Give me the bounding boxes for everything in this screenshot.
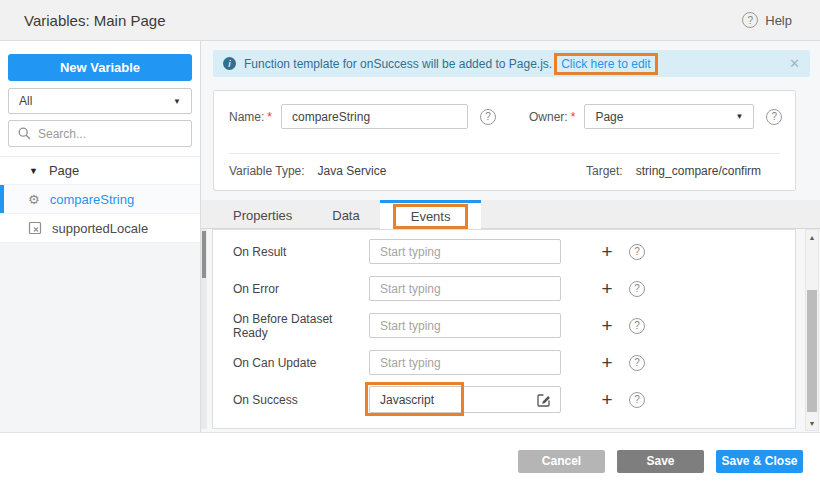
add-icon[interactable]: +	[596, 390, 618, 409]
save-and-close-button[interactable]: Save & Close	[716, 450, 803, 473]
target-group: Target: string_compare/confirm	[586, 164, 761, 178]
new-variable-button[interactable]: New Variable	[8, 54, 192, 81]
tab-bar: Properties Data Events	[201, 200, 820, 229]
tree-item-label: compareString	[50, 192, 135, 207]
banner-link-highlight-box: Click here to edit	[554, 53, 657, 75]
required-marker: *	[571, 110, 576, 124]
dialog-header: Variables: Main Page ? Help	[0, 0, 820, 41]
tab-data[interactable]: Data	[312, 200, 379, 228]
event-row-on-result: On Result + ?	[213, 233, 795, 270]
variable-icon	[28, 221, 42, 235]
variable-type-group: Variable Type: Java Service	[229, 164, 386, 178]
main-panel: i Function template for onSuccess will b…	[201, 41, 820, 432]
banner-close-icon[interactable]: ✕	[789, 56, 800, 71]
save-button[interactable]: Save	[617, 450, 704, 473]
chevron-down-icon: ▼	[173, 97, 181, 106]
add-icon[interactable]: +	[596, 279, 618, 298]
form-row-name-owner: Name: * ? Owner: * Page ▼ ?	[229, 103, 787, 130]
variable-type-value: Java Service	[318, 164, 387, 178]
owner-help-icon[interactable]: ?	[766, 109, 782, 125]
scroll-up-icon[interactable]: ▲	[806, 231, 818, 243]
owner-label: Owner: *	[529, 110, 575, 124]
page-title: Variables: Main Page	[0, 12, 165, 29]
event-label: On Success	[233, 393, 369, 407]
variable-tree: ▼ Page ⚙ compareString supportedLocale	[0, 156, 200, 243]
event-help-icon[interactable]: ?	[629, 244, 645, 260]
event-help-icon[interactable]: ?	[629, 392, 645, 408]
target-label: Target:	[586, 164, 623, 178]
on-before-dataset-ready-input[interactable]	[369, 313, 561, 338]
tree-group-page[interactable]: ▼ Page	[0, 157, 200, 185]
tab-events[interactable]: Events	[380, 200, 482, 229]
owner-selected-value: Page	[595, 110, 623, 124]
variables-dialog: Variables: Main Page ? Help New Variable…	[0, 0, 820, 489]
tree-item-label: supportedLocale	[52, 221, 148, 236]
variable-form: Name: * ? Owner: * Page ▼ ? Variable	[213, 90, 796, 191]
dialog-footer: Cancel Save Save & Close	[0, 432, 820, 489]
event-row-on-before-dataset-ready: On Before Dataset Ready + ?	[213, 307, 795, 344]
event-help-icon[interactable]: ?	[629, 355, 645, 371]
tab-properties[interactable]: Properties	[213, 200, 312, 228]
variable-type-label: Variable Type:	[229, 164, 305, 178]
help-button[interactable]: ? Help	[742, 12, 820, 28]
on-can-update-input[interactable]	[369, 350, 561, 375]
filter-selected-value: All	[19, 94, 32, 108]
search-icon	[18, 127, 31, 140]
click-here-to-edit-link[interactable]: Click here to edit	[561, 57, 650, 71]
on-error-input[interactable]	[369, 276, 561, 301]
event-label: On Result	[233, 245, 369, 259]
info-icon: i	[223, 57, 236, 70]
on-result-input[interactable]	[369, 239, 561, 264]
info-banner: i Function template for onSuccess will b…	[213, 50, 810, 77]
help-label: Help	[765, 13, 792, 28]
left-scrollbar[interactable]	[201, 229, 207, 429]
form-row-type-target: Variable Type: Java Service Target: stri…	[229, 164, 787, 180]
tree-item-comparestring[interactable]: ⚙ compareString	[0, 185, 200, 214]
search-box[interactable]	[8, 120, 192, 147]
add-icon[interactable]: +	[596, 316, 618, 335]
event-label: On Before Dataset Ready	[233, 312, 369, 340]
event-help-icon[interactable]: ?	[629, 281, 645, 297]
help-question-icon: ?	[742, 12, 758, 28]
banner-message: Function template for onSuccess will be …	[244, 57, 552, 71]
name-help-icon[interactable]: ?	[480, 109, 496, 125]
search-input[interactable]	[38, 127, 182, 141]
form-divider	[229, 153, 780, 154]
chevron-down-icon: ▼	[735, 112, 743, 121]
event-help-icon[interactable]: ?	[629, 318, 645, 334]
add-icon[interactable]: +	[596, 353, 618, 372]
owner-label-text: Owner:	[529, 110, 568, 124]
left-scrollbar-thumb[interactable]	[202, 231, 206, 278]
edit-icon[interactable]	[535, 391, 553, 409]
event-label: On Error	[233, 282, 369, 296]
events-scrollbar-thumb[interactable]	[807, 290, 817, 412]
cancel-button[interactable]: Cancel	[518, 450, 605, 473]
event-row-on-error: On Error + ?	[213, 270, 795, 307]
sidebar-empty-area	[0, 243, 200, 432]
event-row-on-can-update: On Can Update + ?	[213, 344, 795, 381]
events-tab-highlight-box: Events	[393, 204, 469, 229]
target-value: string_compare/confirm	[636, 164, 761, 178]
on-success-value: Javascript	[370, 393, 535, 407]
tree-item-supportedlocale[interactable]: supportedLocale	[0, 214, 200, 243]
events-scrollbar[interactable]: ▲ ▼	[805, 229, 819, 431]
on-success-field[interactable]: Javascript	[369, 386, 561, 413]
tab-label: Properties	[233, 208, 292, 223]
tab-label: Events	[411, 209, 451, 224]
tree-group-label: Page	[49, 163, 79, 178]
required-marker: *	[267, 110, 272, 124]
name-label-text: Name:	[229, 110, 264, 124]
name-input[interactable]	[281, 104, 468, 129]
event-label: On Can Update	[233, 356, 369, 370]
variable-filter-select[interactable]: All ▼	[8, 88, 192, 114]
event-row-on-success: On Success Javascript + ?	[213, 381, 795, 418]
name-label: Name: *	[229, 110, 272, 124]
caret-down-icon: ▼	[29, 166, 38, 176]
owner-select[interactable]: Page ▼	[584, 104, 754, 129]
scroll-down-icon[interactable]: ▼	[806, 417, 818, 429]
events-panel: On Result + ? On Error + ? On Before Dat…	[212, 229, 796, 429]
tab-label: Data	[332, 208, 359, 223]
sidebar: New Variable All ▼ ▼ Page ⚙ compareStrin…	[0, 41, 201, 432]
add-icon[interactable]: +	[596, 242, 618, 261]
gear-icon: ⚙	[28, 193, 40, 206]
